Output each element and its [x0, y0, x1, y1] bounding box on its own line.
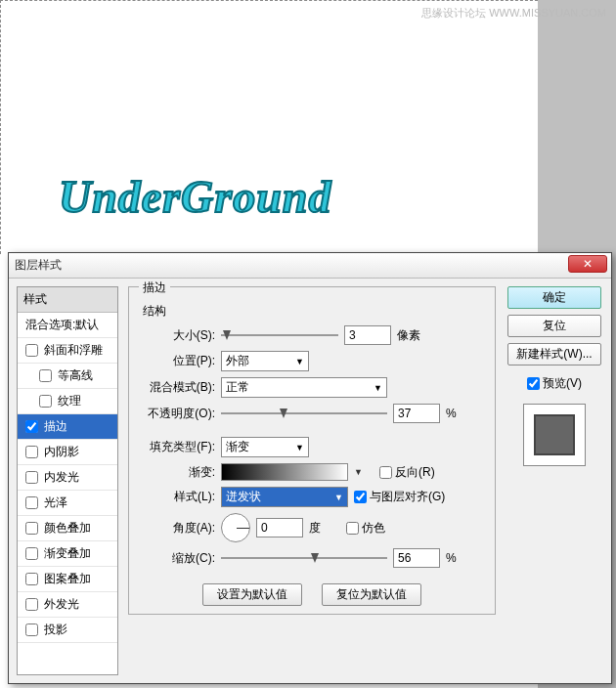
structure-group: 结构 大小(S): 像素 位置(P): 外部▼ 混合模式(B): 正常▼	[137, 303, 487, 423]
preview-checkbox[interactable]	[527, 377, 540, 390]
center-panel: 描边 结构 大小(S): 像素 位置(P): 外部▼ 混合模式(B):	[128, 286, 496, 675]
size-label: 大小(S):	[137, 327, 215, 344]
style-gradient-overlay[interactable]: 渐变叠加	[18, 541, 117, 567]
style-list: 样式 混合选项:默认 斜面和浮雕 等高线 纹理 描边 内阴影 内发光 光泽 颜色…	[17, 286, 118, 675]
layer-style-dialog: 图层样式 ✕ 样式 混合选项:默认 斜面和浮雕 等高线 纹理 描边 内阴影 内发…	[8, 252, 612, 684]
close-button[interactable]: ✕	[568, 255, 607, 273]
gradient-style-select[interactable]: 迸发状▼	[221, 487, 348, 507]
watermark: 思缘设计论坛 WWW.MISSYUAN.COM	[421, 6, 606, 21]
new-style-button[interactable]: 新建样式(W)...	[507, 343, 601, 366]
style-color-overlay[interactable]: 颜色叠加	[18, 516, 117, 541]
style-list-header[interactable]: 样式	[18, 287, 117, 313]
size-input[interactable]	[344, 325, 391, 345]
blend-options-default[interactable]: 混合选项:默认	[18, 313, 117, 338]
style-contour[interactable]: 等高线	[18, 364, 117, 389]
scale-input[interactable]	[393, 548, 440, 568]
dialog-titlebar: 图层样式 ✕	[9, 253, 611, 279]
dither-checkbox-wrap[interactable]: 仿色	[346, 520, 385, 537]
inner-glow-checkbox[interactable]	[25, 471, 38, 484]
fill-group: 填充类型(F): 渐变▼ 渐变: 反向(R) 样式(L): 迸发状▼ 与图层对齐…	[137, 437, 487, 568]
gradient-label: 渐变:	[137, 464, 215, 481]
inner-shadow-checkbox[interactable]	[25, 446, 38, 458]
outer-glow-checkbox[interactable]	[25, 598, 38, 611]
texture-checkbox[interactable]	[39, 395, 52, 408]
style-bevel[interactable]: 斜面和浮雕	[18, 338, 117, 364]
dialog-body: 样式 混合选项:默认 斜面和浮雕 等高线 纹理 描边 内阴影 内发光 光泽 颜色…	[9, 279, 611, 683]
opacity-input[interactable]	[393, 404, 440, 423]
style-pattern-overlay[interactable]: 图案叠加	[18, 567, 117, 592]
style-outer-glow[interactable]: 外发光	[18, 592, 117, 618]
scale-slider[interactable]	[221, 551, 387, 565]
opacity-slider[interactable]	[221, 407, 387, 420]
gradient-overlay-checkbox[interactable]	[25, 547, 38, 560]
angle-dial[interactable]	[221, 513, 250, 542]
default-buttons-row: 设置为默认值 复位为默认值	[137, 583, 487, 606]
preview-swatch	[534, 414, 575, 455]
chevron-down-icon: ▼	[295, 357, 304, 366]
gradient-preview[interactable]	[221, 463, 348, 481]
contour-checkbox[interactable]	[39, 369, 52, 382]
preview-box	[523, 404, 586, 466]
opacity-unit: %	[446, 407, 457, 420]
position-label: 位置(P):	[137, 353, 215, 369]
style-label: 样式(L):	[137, 489, 215, 505]
position-select[interactable]: 外部▼	[221, 351, 309, 371]
fill-type-select[interactable]: 渐变▼	[221, 437, 309, 457]
scale-label: 缩放(C):	[137, 550, 215, 567]
ok-button[interactable]: 确定	[507, 286, 601, 309]
chevron-down-icon: ▼	[295, 443, 304, 452]
color-overlay-checkbox[interactable]	[25, 522, 38, 535]
stroke-checkbox[interactable]	[25, 420, 38, 433]
canvas-layer-text: UnderGround	[59, 171, 331, 223]
align-checkbox-wrap[interactable]: 与图层对齐(G)	[354, 489, 445, 505]
structure-title: 结构	[137, 303, 487, 320]
set-default-button[interactable]: 设置为默认值	[202, 583, 302, 606]
angle-unit: 度	[309, 520, 321, 537]
align-checkbox[interactable]	[354, 491, 367, 503]
style-inner-glow[interactable]: 内发光	[18, 465, 117, 491]
style-satin[interactable]: 光泽	[18, 491, 117, 516]
chevron-down-icon: ▼	[334, 493, 343, 502]
angle-input[interactable]	[256, 518, 303, 538]
pattern-overlay-checkbox[interactable]	[25, 573, 38, 585]
reset-default-button[interactable]: 复位为默认值	[322, 583, 421, 606]
opacity-label: 不透明度(O):	[137, 406, 215, 422]
stroke-fieldset: 描边 结构 大小(S): 像素 位置(P): 外部▼ 混合模式(B):	[128, 286, 496, 615]
stroke-section-title: 描边	[139, 280, 170, 296]
dither-checkbox[interactable]	[346, 522, 359, 535]
size-unit: 像素	[397, 327, 420, 344]
reset-button[interactable]: 复位	[507, 315, 601, 337]
reverse-checkbox-wrap[interactable]: 反向(R)	[379, 464, 435, 481]
fill-type-label: 填充类型(F):	[137, 439, 215, 455]
reverse-checkbox[interactable]	[379, 466, 392, 479]
preview-checkbox-wrap[interactable]: 预览(V)	[527, 375, 582, 392]
chevron-down-icon: ▼	[374, 383, 382, 393]
drop-shadow-checkbox[interactable]	[25, 624, 38, 636]
style-texture[interactable]: 纹理	[18, 389, 117, 414]
blend-label: 混合模式(B):	[137, 379, 215, 396]
style-drop-shadow[interactable]: 投影	[18, 618, 117, 643]
scale-unit: %	[446, 551, 457, 565]
close-icon: ✕	[583, 257, 593, 271]
right-panel: 确定 复位 新建样式(W)... 预览(V)	[506, 286, 603, 675]
angle-label: 角度(A):	[137, 520, 215, 537]
bevel-checkbox[interactable]	[25, 344, 38, 357]
style-inner-shadow[interactable]: 内阴影	[18, 440, 117, 465]
dialog-title: 图层样式	[15, 257, 62, 274]
blend-mode-select[interactable]: 正常▼	[221, 377, 387, 398]
satin-checkbox[interactable]	[25, 496, 38, 509]
size-slider[interactable]	[221, 328, 338, 342]
style-stroke[interactable]: 描边	[18, 414, 117, 440]
